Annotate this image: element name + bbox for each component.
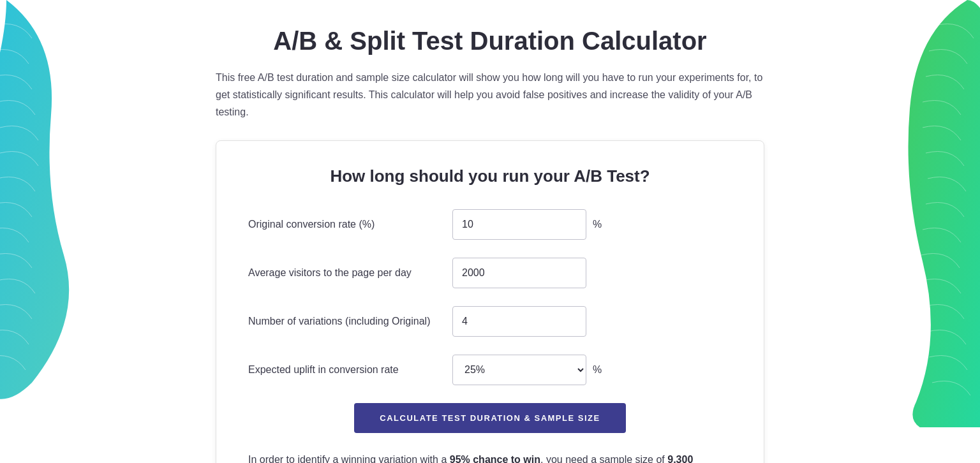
visitors-row: Average visitors to the page per day <box>248 258 732 288</box>
calculator-card: How long should you run your A/B Test? O… <box>216 140 764 463</box>
visitors-label: Average visitors to the page per day <box>248 267 452 279</box>
page-title: A/B & Split Test Duration Calculator <box>216 26 764 56</box>
conversion-rate-row: Original conversion rate (%) % <box>248 209 732 240</box>
result-prefix: In order to identify a winning variation… <box>248 454 450 463</box>
result-text: In order to identify a winning variation… <box>248 451 732 463</box>
card-heading: How long should you run your A/B Test? <box>248 166 732 186</box>
blob-left-decoration <box>0 0 108 402</box>
main-content: A/B & Split Test Duration Calculator Thi… <box>203 0 777 463</box>
conversion-rate-input[interactable] <box>452 209 586 240</box>
variations-row: Number of variations (including Original… <box>248 306 732 337</box>
page-description: This free A/B test duration and sample s… <box>216 69 764 121</box>
blob-right-decoration <box>878 0 980 427</box>
visitors-input[interactable] <box>452 258 586 288</box>
uplift-unit: % <box>593 364 602 376</box>
result-chance: 95% chance to win <box>450 454 540 463</box>
variations-input-wrapper <box>452 306 586 337</box>
uplift-select[interactable]: 5% 10% 15% 20% 25% 30% 35% 40% 50% <box>452 355 586 385</box>
uplift-row: Expected uplift in conversion rate 5% 10… <box>248 355 732 385</box>
result-middle: , you need a sample size of <box>540 454 667 463</box>
visitors-input-wrapper <box>452 258 586 288</box>
uplift-input-wrapper: 5% 10% 15% 20% 25% 30% 35% 40% 50% % <box>452 355 602 385</box>
page-wrapper: A/B & Split Test Duration Calculator Thi… <box>0 0 980 463</box>
variations-input[interactable] <box>452 306 586 337</box>
variations-label: Number of variations (including Original… <box>248 316 452 327</box>
calculate-button[interactable]: CALCULATE TEST DURATION & SAMPLE SIZE <box>354 403 625 433</box>
uplift-label: Expected uplift in conversion rate <box>248 364 452 376</box>
conversion-rate-unit: % <box>593 219 602 230</box>
conversion-rate-label: Original conversion rate (%) <box>248 219 452 230</box>
conversion-rate-input-wrapper: % <box>452 209 602 240</box>
